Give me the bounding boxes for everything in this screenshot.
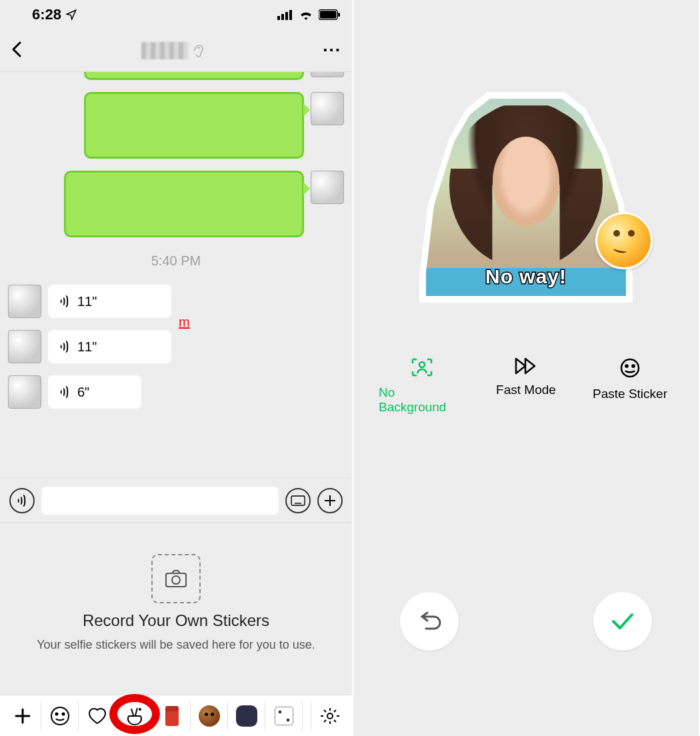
add-button[interactable] xyxy=(317,488,343,513)
sticker-pack-sparkle[interactable] xyxy=(265,701,303,731)
annotation-highlight xyxy=(109,694,160,734)
location-icon xyxy=(65,9,77,21)
message-in: 11" xyxy=(8,330,344,363)
sound-wave-icon xyxy=(59,340,71,353)
sticker-preview[interactable]: No way! xyxy=(426,99,626,296)
smile-icon xyxy=(619,357,641,379)
chat-input-bar xyxy=(0,479,352,523)
paste-sticker-option[interactable]: Paste Sticker xyxy=(587,357,673,415)
overlay-emoji-icon[interactable] xyxy=(595,212,653,269)
back-button[interactable] xyxy=(11,40,23,61)
message-input[interactable] xyxy=(41,487,279,515)
sticker-pack-cat[interactable] xyxy=(228,701,265,731)
avatar[interactable] xyxy=(8,375,41,409)
svg-point-23 xyxy=(51,707,69,725)
chat-scroll-area[interactable]: 5:40 PM 11" m 11" 6" xyxy=(0,72,352,479)
chat-header: ··· xyxy=(0,29,352,72)
svg-point-20 xyxy=(172,576,180,584)
voice-message[interactable]: 11" xyxy=(48,285,171,318)
undo-icon xyxy=(417,611,442,631)
red-envelope-icon xyxy=(165,706,179,726)
svg-point-28 xyxy=(419,362,425,367)
avatar[interactable] xyxy=(8,285,41,318)
keyboard-icon xyxy=(291,495,305,506)
smile-icon xyxy=(50,706,70,726)
message-bubble[interactable] xyxy=(84,92,304,159)
ear-icon xyxy=(192,43,204,58)
cat-icon xyxy=(236,705,257,727)
sound-wave-icon xyxy=(59,295,71,308)
sticker-panel-subtitle: Your selfie stickers will be saved here … xyxy=(37,638,315,652)
no-background-icon xyxy=(411,357,433,377)
heart-icon xyxy=(87,707,107,725)
selfie-sticker-panel: Record Your Own Stickers Your selfie sti… xyxy=(0,523,352,683)
voice-input-toggle[interactable] xyxy=(9,488,35,513)
svg-rect-2 xyxy=(285,12,288,20)
sticker-panel-title: Record Your Own Stickers xyxy=(83,611,269,630)
gear-icon xyxy=(321,707,339,725)
annotation-m: m xyxy=(179,315,190,330)
fast-forward-icon xyxy=(515,357,537,375)
svg-point-27 xyxy=(327,713,333,719)
avatar[interactable] xyxy=(311,92,344,125)
brown-emoji-icon xyxy=(199,705,220,727)
sound-wave-icon xyxy=(16,494,28,507)
voice-message[interactable]: 11" xyxy=(48,330,171,363)
status-bar: 6:28 xyxy=(0,0,352,29)
battery-icon xyxy=(319,9,340,20)
svg-rect-7 xyxy=(291,496,305,505)
voice-message[interactable]: 6" xyxy=(48,375,141,409)
sticker-caption[interactable]: No way! xyxy=(426,265,626,288)
contact-name-blurred xyxy=(141,42,188,59)
plus-icon xyxy=(14,707,31,725)
sound-wave-icon xyxy=(59,385,71,399)
message-in: 6" xyxy=(8,375,344,409)
status-time: 6:28 xyxy=(32,6,61,23)
avatar[interactable] xyxy=(8,330,41,363)
message-in: 11" m xyxy=(8,285,344,318)
record-sticker-button[interactable] xyxy=(151,554,201,603)
svg-rect-6 xyxy=(338,13,340,17)
message-bubble[interactable] xyxy=(84,72,304,80)
sticker-settings-button[interactable] xyxy=(311,701,348,731)
selfie-sticker-tab[interactable] xyxy=(116,701,153,731)
option-label: Paste Sticker xyxy=(593,387,667,401)
svg-point-24 xyxy=(55,713,57,715)
svg-rect-1 xyxy=(281,14,284,20)
camera-icon xyxy=(165,569,187,588)
svg-rect-5 xyxy=(320,11,336,18)
check-icon xyxy=(611,612,635,631)
svg-marker-29 xyxy=(516,359,525,373)
timestamp: 5:40 PM xyxy=(8,253,344,269)
message-bubble[interactable] xyxy=(64,171,304,237)
sticker-button[interactable] xyxy=(285,488,311,513)
svg-point-25 xyxy=(62,713,64,715)
wifi-icon xyxy=(299,9,313,20)
message-out xyxy=(8,171,344,237)
voice-duration: 11" xyxy=(77,339,97,355)
sparkle-icon xyxy=(275,707,293,725)
plus-icon xyxy=(323,494,337,507)
avatar[interactable] xyxy=(311,72,344,77)
message-out xyxy=(8,92,344,159)
svg-point-31 xyxy=(621,359,639,377)
sticker-pack-brown[interactable] xyxy=(191,701,228,731)
chat-title[interactable] xyxy=(141,42,204,59)
undo-button[interactable] xyxy=(400,592,459,651)
voice-duration: 11" xyxy=(77,294,97,309)
svg-marker-30 xyxy=(525,359,535,373)
more-button[interactable]: ··· xyxy=(323,40,341,61)
svg-point-33 xyxy=(632,365,634,367)
option-label: No Background xyxy=(379,385,465,415)
message-out xyxy=(8,72,344,80)
cellular-icon xyxy=(277,9,293,20)
svg-rect-0 xyxy=(277,16,280,20)
svg-rect-3 xyxy=(289,10,292,20)
no-background-option[interactable]: No Background xyxy=(379,357,465,415)
confirm-button[interactable] xyxy=(593,592,652,651)
emoji-tab[interactable] xyxy=(41,701,79,731)
svg-point-32 xyxy=(625,365,627,367)
add-pack-button[interactable] xyxy=(4,701,41,731)
avatar[interactable] xyxy=(311,171,344,204)
fast-mode-option[interactable]: Fast Mode xyxy=(483,357,569,415)
